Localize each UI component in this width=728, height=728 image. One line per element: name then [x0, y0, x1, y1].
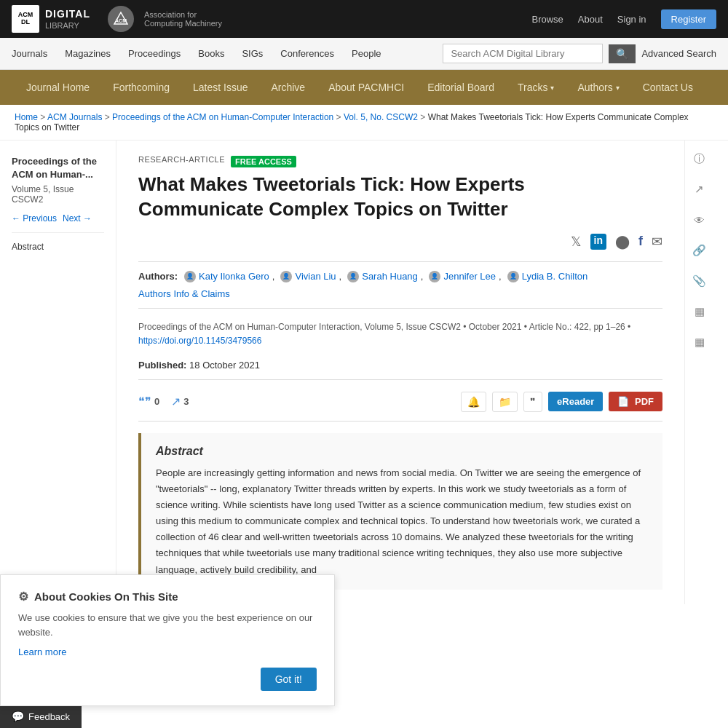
- eye-icon-btn[interactable]: 👁: [689, 209, 711, 231]
- main-container: Proceedings of the ACM on Human-... Volu…: [0, 141, 728, 604]
- journal-nav: Journal Home Forthcoming Latest Issue Ar…: [0, 70, 728, 105]
- trending-icon-btn[interactable]: ↗: [689, 178, 711, 200]
- breadcrumb-acm-journals[interactable]: ACM Journals: [47, 112, 102, 122]
- left-sidebar: Proceedings of the ACM on Human-... Volu…: [0, 141, 116, 604]
- tracks-chevron-icon: ▾: [550, 84, 554, 92]
- doi-link[interactable]: https://doi.org/10.1145/3479566: [138, 336, 261, 346]
- authors-section: Authors: 👤 Katy Ilonka Gero, 👤 Vivian Li…: [138, 271, 662, 299]
- magazines-link[interactable]: Magazines: [65, 39, 111, 68]
- acm-badge: ACM: [108, 6, 134, 32]
- acm-dl-logo: ACMDL: [12, 5, 39, 33]
- forthcoming-link[interactable]: Forthcoming: [101, 71, 181, 103]
- published-label: Published:: [138, 360, 186, 371]
- acm-org-text: Association forComputing Machinery: [144, 10, 222, 28]
- journal-home-link[interactable]: Journal Home: [15, 71, 101, 103]
- authors-dropdown[interactable]: Authors ▾: [566, 71, 630, 103]
- article-content: RESEARCH-ARTICLE FREE ACCESS What Makes …: [116, 141, 684, 604]
- about-link[interactable]: About: [578, 14, 603, 25]
- citation-count: 0: [154, 396, 159, 407]
- facebook-share-icon[interactable]: f: [638, 234, 643, 250]
- trending-count: 3: [183, 396, 189, 407]
- journal-date: October 2021: [469, 322, 522, 332]
- top-nav-links: Browse About Sign in Register: [531, 9, 716, 29]
- actions-right: 🔔 📁 ❞ eReader 📄 PDF: [461, 392, 662, 412]
- author-avatar-1: 👤: [184, 271, 196, 282]
- advanced-search-link[interactable]: Advanced Search: [641, 39, 716, 68]
- author-link-4[interactable]: Jennifer Lee: [443, 271, 496, 282]
- notify-button[interactable]: 🔔: [461, 392, 486, 412]
- share-icon-btn[interactable]: 🔗: [689, 240, 711, 261]
- sigs-link[interactable]: SIGs: [242, 39, 263, 68]
- table-icon-btn[interactable]: ▦: [689, 301, 711, 323]
- latest-issue-link[interactable]: Latest Issue: [181, 71, 260, 103]
- info-icon-btn[interactable]: ⓘ: [689, 148, 711, 170]
- linkedin-share-icon[interactable]: in: [590, 234, 606, 250]
- breadcrumb: Home > ACM Journals > Proceedings of the…: [0, 105, 728, 141]
- sidebar-next-link[interactable]: Next →: [63, 213, 92, 223]
- logo-area: ACMDL DIGITAL LIBRARY ACM Association fo…: [12, 5, 222, 33]
- dl-logo-text: DIGITAL LIBRARY: [45, 7, 90, 31]
- breadcrumb-home[interactable]: Home: [15, 112, 38, 122]
- svg-text:ACM: ACM: [115, 18, 127, 23]
- email-share-icon[interactable]: ✉: [652, 234, 662, 250]
- grid-icon-btn[interactable]: ▦: [689, 331, 711, 353]
- sidebar-nav: ← Previous Next →: [12, 213, 104, 223]
- authors-info-link[interactable]: Authors Info & Claims: [138, 288, 230, 299]
- trending-icon: ↗: [171, 395, 181, 408]
- save-button[interactable]: 📁: [492, 392, 518, 412]
- breadcrumb-vol5[interactable]: Vol. 5, No. CSCW2: [344, 112, 418, 122]
- sign-in-link[interactable]: Sign in: [617, 14, 646, 25]
- article-type-badge: RESEARCH-ARTICLE: [138, 155, 225, 164]
- sidebar-volume: Volume 5, Issue CSCW2: [12, 184, 104, 205]
- pdf-icon: 📄: [617, 396, 629, 407]
- proceedings-link[interactable]: Proceedings: [128, 39, 181, 68]
- search-button[interactable]: 🔍: [609, 44, 636, 63]
- author-avatar-2: 👤: [280, 271, 292, 282]
- tracks-dropdown[interactable]: Tracks ▾: [506, 71, 566, 103]
- quote-icon: ❝❞: [138, 395, 151, 408]
- author-link-3[interactable]: Sarah Huang: [362, 271, 418, 282]
- author-avatar-4: 👤: [429, 271, 440, 282]
- published-date-value: 18 October 2021: [189, 360, 260, 371]
- breadcrumb-proceedings[interactable]: Proceedings of the ACM on Human-Computer…: [112, 112, 333, 122]
- author-link-1[interactable]: Katy Ilonka Gero: [199, 271, 269, 282]
- author-item: 👤 Vivian Liu,: [280, 271, 341, 282]
- right-sidebar: ⓘ ↗ 👁 🔗 📎 ▦ ▦: [684, 141, 713, 604]
- author-link-5[interactable]: Lydia B. Chilton: [522, 271, 588, 282]
- secondary-nav: Journals Magazines Proceedings Books SIG…: [0, 38, 728, 70]
- published-date: Published: 18 October 2021: [138, 360, 662, 371]
- reddit-share-icon[interactable]: ⬤: [615, 234, 630, 250]
- article-no: Article No.: 422, pp 1–26: [529, 322, 625, 332]
- archive-link[interactable]: Archive: [259, 71, 317, 103]
- author-item: 👤 Sarah Huang,: [347, 271, 423, 282]
- abstract-section: Abstract People are increasingly getting…: [138, 433, 662, 590]
- search-input[interactable]: [443, 44, 603, 63]
- contact-us-link[interactable]: Contact Us: [631, 71, 705, 103]
- editorial-board-link[interactable]: Editorial Board: [416, 71, 506, 103]
- people-link[interactable]: People: [352, 39, 381, 68]
- top-bar: ACMDL DIGITAL LIBRARY ACM Association fo…: [0, 0, 728, 38]
- authors-chevron-icon: ▾: [616, 84, 620, 92]
- about-pacmhci-link[interactable]: About PACMHCI: [317, 71, 416, 103]
- register-button[interactable]: Register: [661, 9, 716, 29]
- author-link-2[interactable]: Vivian Liu: [295, 271, 336, 282]
- article-title: What Makes Tweetorials Tick: How Experts…: [138, 173, 648, 222]
- trending-metric: ↗ 3: [171, 395, 189, 408]
- conferences-link[interactable]: Conferences: [280, 39, 334, 68]
- twitter-share-icon[interactable]: 𝕏: [571, 234, 582, 250]
- browse-link[interactable]: Browse: [531, 14, 563, 25]
- tracks-link[interactable]: Tracks ▾: [506, 71, 566, 103]
- ereader-button[interactable]: eReader: [548, 392, 603, 411]
- sidebar-previous-link[interactable]: ← Previous: [12, 213, 57, 223]
- authors-link[interactable]: Authors ▾: [566, 71, 630, 103]
- books-link[interactable]: Books: [198, 39, 224, 68]
- clip-icon-btn[interactable]: 📎: [689, 270, 711, 292]
- pdf-button[interactable]: 📄 PDF: [609, 392, 662, 411]
- citation-metric: ❝❞ 0: [138, 395, 159, 408]
- metrics-row: ❝❞ 0 ↗ 3 🔔 📁 ❞ eReader 📄 PDF: [138, 392, 662, 422]
- cookie-banner: ⚙ About Cookies On This Site We use cook…: [0, 574, 335, 604]
- author-item: 👤 Katy Ilonka Gero,: [184, 271, 274, 282]
- publication-info: Proceedings of the ACM on Human-Computer…: [138, 320, 662, 348]
- cite-button[interactable]: ❞: [523, 392, 542, 412]
- journals-link[interactable]: Journals: [12, 39, 47, 68]
